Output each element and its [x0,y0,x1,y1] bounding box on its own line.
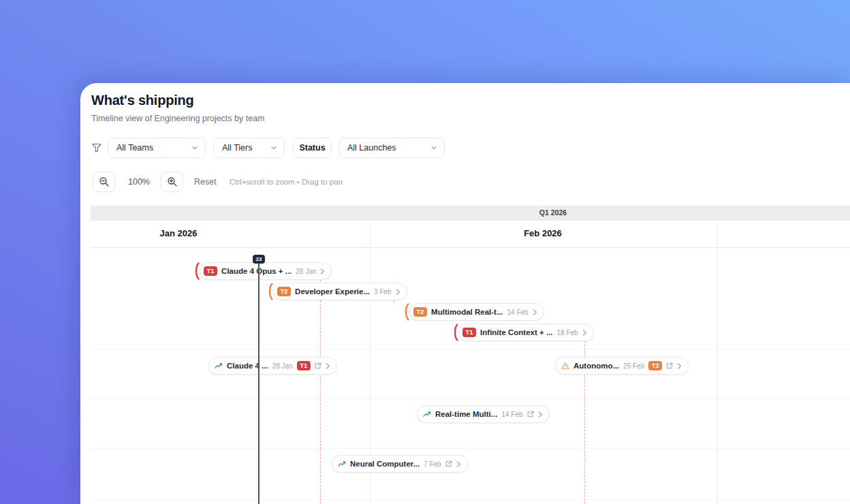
bar-start-bracket-icon [453,324,458,341]
trending-up-icon [338,460,346,468]
launches-filter-value: All Launches [347,143,396,153]
chevron-right-icon [533,309,537,315]
bar-start-bracket-icon [404,303,409,321]
quarter-header-band: Q1 2026 [91,206,850,221]
tier-badge: T1 [204,266,217,276]
teams-filter-value: All Teams [116,143,153,153]
chevron-right-icon [538,411,543,418]
lane-divider [91,499,850,500]
month-header-divider [91,247,850,248]
chevron-right-icon [320,268,325,274]
project-name: Infinite Context + ... [480,328,552,336]
chevron-right-icon [326,363,330,369]
chevron-down-icon [191,144,198,151]
launch-date: 7 Feb [424,460,441,468]
reset-zoom-button[interactable]: Reset [194,177,217,187]
page-title: What's shipping [91,93,194,108]
launch-name: Autonomo... [573,362,619,370]
launch-date: 28 Jan [272,362,293,370]
project-pill[interactable]: T1 Infinite Context + ... 18 Feb [458,324,594,341]
launches-filter-dropdown[interactable]: All Launches [339,138,445,158]
project-bar-infinite-context[interactable]: T1 Infinite Context + ... 18 Feb [453,324,594,341]
app-background: What's shipping Timeline view of Enginee… [0,0,850,504]
project-date: 14 Feb [507,309,529,316]
project-pill[interactable]: T2 Multimodal Real-t... 14 Feb [409,303,544,321]
launch-pill-realtime-multi[interactable]: Real-time Multi... 14 Feb [417,405,550,423]
page-subtitle: Timeline view of Engineering projects by… [91,114,265,123]
bar-start-bracket-icon [268,283,273,300]
external-link-icon [666,362,673,369]
warning-triangle-icon [561,362,569,370]
lane-divider [91,398,850,399]
project-name: Multimodal Real-t... [431,308,503,316]
month-label-feb: Feb 2026 [524,228,562,238]
today-line [258,257,259,504]
external-link-icon [527,411,534,418]
tiers-filter-value: All Tiers [222,143,252,153]
project-name: Claude 4 Opus + ... [221,267,292,275]
zoom-hint-text: Ctrl+scroll to zoom • Drag to pan [230,178,343,186]
launch-date: 25 Feb [623,362,644,370]
project-bar-developer-experience[interactable]: T2 Developer Experie... 3 Feb [268,283,407,300]
zoom-out-button[interactable] [93,172,115,192]
external-link-icon [315,362,321,369]
project-name: Developer Experie... [295,287,370,296]
chevron-right-icon [396,289,400,295]
lane-divider [91,349,850,349]
chevron-right-icon [456,461,461,467]
teams-filter-dropdown[interactable]: All Teams [108,138,206,158]
launch-pill-autonomous[interactable]: Autonomo... 25 Feb T2 [555,357,689,375]
filter-funnel-icon [91,142,102,153]
tier-badge: T1 [297,361,311,371]
tier-badge: T1 [462,328,476,337]
launch-name: Neural Computer... [350,460,420,468]
tier-badge: T2 [277,287,291,296]
tier-badge: T2 [648,361,662,371]
project-date: 28 Jan [296,268,316,275]
status-filter-button[interactable]: Status [293,138,332,158]
project-pill[interactable]: T1 Claude 4 Opus + ... 28 Jan [200,262,332,280]
today-date-chip: 23 [253,255,265,264]
project-pill[interactable]: T2 Developer Experie... 3 Feb [273,283,407,300]
launch-pill-claude-4[interactable]: Claude 4 ... 28 Jan T1 [208,357,337,375]
project-date: 18 Feb [556,329,578,336]
milestone-dashed-line [320,280,321,504]
chevron-right-icon [582,330,587,336]
zoom-out-icon [99,176,110,187]
bar-start-bracket-icon [194,262,200,280]
whats-shipping-card: What's shipping Timeline view of Enginee… [80,83,850,504]
chevron-down-icon [270,144,277,151]
external-link-icon [445,460,452,467]
month-label-jan: Jan 2026 [160,228,198,238]
launch-date: 14 Feb [501,411,522,418]
launch-name: Claude 4 ... [227,362,268,370]
trending-up-icon [423,410,431,418]
chevron-right-icon [677,363,682,369]
month-gridline [717,221,718,504]
launch-pill-neural-computer[interactable]: Neural Computer... 7 Feb [332,455,468,473]
zoom-level: 100% [121,177,157,187]
launch-name: Real-time Multi... [435,410,497,418]
trending-up-icon [215,362,223,370]
chevron-down-icon [430,144,437,151]
tier-badge: T2 [413,307,427,317]
zoom-in-icon [167,176,178,187]
project-date: 3 Feb [374,288,392,296]
lane-divider [91,448,850,449]
project-bar-multimodal-realtime[interactable]: T2 Multimodal Real-t... 14 Feb [404,303,544,321]
tiers-filter-dropdown[interactable]: All Tiers [213,138,285,158]
project-bar-claude-4-opus[interactable]: T1 Claude 4 Opus + ... 28 Jan [194,262,332,280]
quarter-label: Q1 2026 [539,208,567,217]
zoom-in-button[interactable] [161,172,183,192]
